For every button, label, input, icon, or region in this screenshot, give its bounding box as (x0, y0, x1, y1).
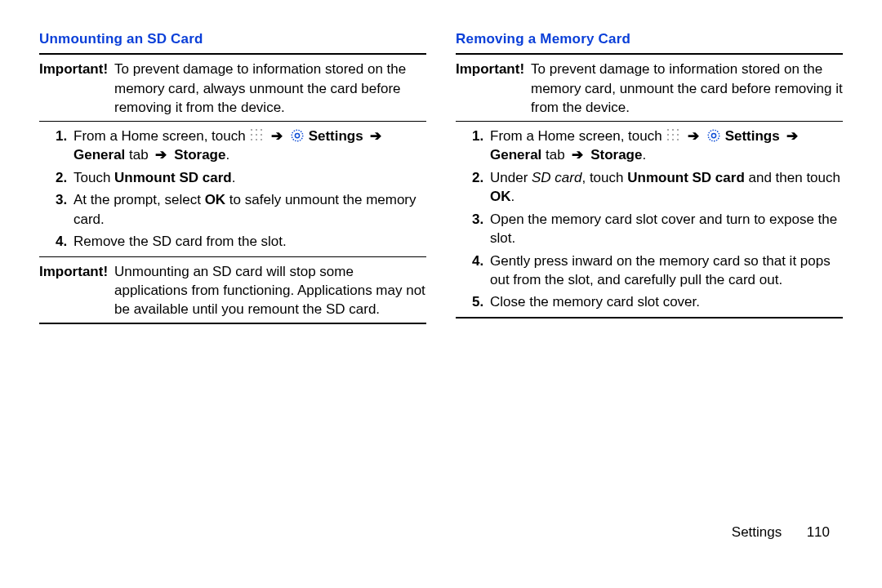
step-body: From a Home screen, touch ➔ Settings ➔ G… (74, 127, 426, 165)
general-label: General (74, 147, 125, 163)
text: . (225, 147, 229, 163)
footer-section: Settings (732, 524, 782, 540)
step-body: Touch Unmount SD card. (74, 168, 426, 187)
text: . (642, 147, 646, 163)
step-num: 1. (56, 127, 74, 165)
storage-label: Storage (590, 147, 642, 163)
text: From a Home screen, touch (74, 128, 249, 144)
step: 2. Under SD card, touch Unmount SD card … (472, 168, 843, 207)
arrow-icon: ➔ (367, 128, 385, 144)
step: 1. From a Home screen, touch ➔ Settings … (472, 127, 843, 165)
step: 1. From a Home screen, touch ➔ Settings … (56, 127, 426, 165)
text: At the prompt, select (74, 192, 205, 207)
step-num: 4. (56, 232, 74, 251)
right-column: Removing a Memory Card Important! To pre… (456, 29, 843, 523)
important-label: Important! (39, 262, 114, 319)
text: tab (541, 147, 568, 163)
sd-card-italic: SD card (532, 170, 581, 185)
gear-icon (706, 128, 721, 143)
step-num: 1. (472, 127, 490, 165)
step-body: From a Home screen, touch ➔ Settings ➔ G… (490, 127, 843, 165)
step-body: Under SD card, touch Unmount SD card and… (490, 168, 843, 207)
step: 3. At the prompt, select OK to safely un… (56, 190, 426, 229)
important-text: To prevent damage to information stored … (114, 60, 426, 117)
step-body: Remove the SD card from the slot. (74, 232, 426, 251)
arrow-icon: ➔ (152, 147, 174, 163)
step-body: At the prompt, select OK to safely unmou… (74, 190, 426, 229)
text: . (511, 189, 515, 204)
rule (456, 317, 843, 318)
steps-list: 1. From a Home screen, touch ➔ Settings … (39, 127, 426, 252)
text: Touch (74, 170, 114, 185)
step-body: Gently press inward on the memory card s… (490, 252, 843, 290)
svg-point-3 (711, 133, 715, 137)
important-text: Unmounting an SD card will stop some app… (114, 262, 426, 319)
step-body: Close the memory card slot cover. (490, 292, 843, 311)
unmount-label: Unmount SD card (627, 170, 745, 185)
text: , touch (581, 170, 627, 185)
step-num: 3. (56, 190, 74, 229)
settings-label: Settings (725, 128, 780, 144)
important-text: To prevent damage to information stored … (531, 60, 843, 117)
page: Unmounting an SD Card Important! To prev… (0, 0, 882, 523)
important-block: Important! To prevent damage to informat… (456, 55, 843, 120)
rule (39, 121, 426, 122)
rule (456, 121, 843, 122)
important-block: Important! Unmounting an SD card will st… (39, 257, 426, 323)
step-num: 2. (56, 168, 74, 187)
step: 2. Touch Unmount SD card. (56, 168, 426, 187)
footer-page-number: 110 (786, 523, 830, 541)
step: 5. Close the memory card slot cover. (472, 292, 843, 311)
ok-label: OK (490, 189, 511, 204)
apps-grid-icon (249, 127, 264, 142)
rule (39, 323, 426, 324)
step-num: 2. (472, 168, 490, 207)
unmount-label: Unmount SD card (114, 170, 232, 185)
important-block: Important! To prevent damage to informat… (39, 55, 426, 120)
arrow-icon: ➔ (268, 128, 286, 144)
left-column: Unmounting an SD Card Important! To prev… (39, 29, 426, 523)
svg-point-1 (295, 133, 299, 137)
text: tab (125, 147, 152, 163)
step-body: Open the memory card slot cover and turn… (490, 210, 843, 248)
ok-label: OK (205, 192, 226, 207)
arrow-icon: ➔ (783, 128, 801, 144)
step-num: 3. (472, 210, 490, 248)
apps-grid-icon (666, 127, 680, 142)
step: 3. Open the memory card slot cover and t… (472, 210, 843, 248)
text: and then touch (745, 170, 840, 185)
gear-icon (290, 128, 305, 143)
arrow-icon: ➔ (568, 147, 590, 163)
page-footer: Settings 110 (0, 523, 882, 541)
svg-point-0 (292, 130, 303, 141)
storage-label: Storage (174, 147, 225, 163)
important-label: Important! (39, 60, 114, 117)
text: Under (490, 170, 532, 185)
general-label: General (490, 147, 541, 163)
steps-list: 1. From a Home screen, touch ➔ Settings … (456, 127, 843, 312)
text: . (232, 170, 236, 185)
heading-unmounting: Unmounting an SD Card (39, 29, 426, 48)
step-num: 4. (472, 252, 490, 290)
step: 4. Remove the SD card from the slot. (56, 232, 426, 251)
settings-label: Settings (309, 128, 363, 144)
important-label: Important! (456, 60, 531, 117)
heading-removing: Removing a Memory Card (456, 29, 843, 48)
text: From a Home screen, touch (490, 128, 666, 144)
step: 4. Gently press inward on the memory car… (472, 252, 843, 290)
step-num: 5. (472, 292, 490, 311)
svg-point-2 (708, 130, 719, 141)
arrow-icon: ➔ (684, 128, 702, 144)
